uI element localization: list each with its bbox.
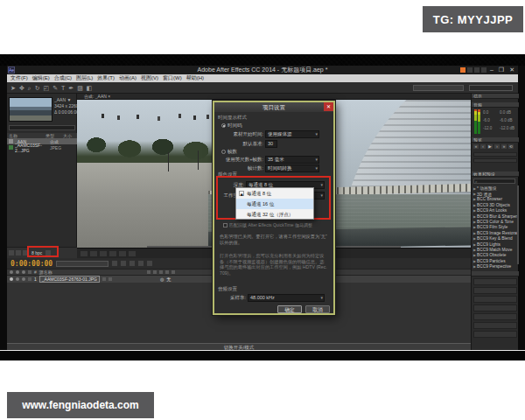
effects-scrollbar[interactable] xyxy=(517,186,519,264)
brush-tool-icon[interactable]: ▨ xyxy=(77,83,83,93)
timeline-search-input[interactable] xyxy=(56,261,108,267)
menu-effect[interactable]: 效果(T) xyxy=(97,74,115,82)
search-help-input[interactable] xyxy=(413,85,464,91)
default-base-field[interactable]: 30 xyxy=(265,140,277,148)
frames-radio[interactable] xyxy=(221,150,226,154)
pan-behind-tool-icon[interactable]: ✎ xyxy=(52,83,58,93)
timecode-radio-row[interactable]: 时间码 xyxy=(221,122,242,129)
control-row[interactable] xyxy=(473,304,517,312)
control-row[interactable] xyxy=(473,313,517,320)
control-row[interactable] xyxy=(473,287,517,294)
composition-mini-flowchart-icon[interactable] xyxy=(112,261,117,266)
motion-blur-icon[interactable] xyxy=(147,261,152,266)
next-frame-button[interactable]: › xyxy=(494,144,500,149)
column-source-name[interactable]: 源名称 xyxy=(39,270,144,275)
depth-option-16bpc[interactable]: 每通道 16 位 xyxy=(236,199,313,209)
effects-search-input[interactable]: ⌕ xyxy=(473,178,515,184)
legacy-gamma-row[interactable]: 匹配旧版 After Effects QuickTime 伽马调整 xyxy=(223,223,327,228)
sample-rate-dropdown[interactable]: 48.000 kHz▾ xyxy=(248,294,325,302)
project-search-input[interactable] xyxy=(9,125,75,130)
collapse-switch-icon[interactable] xyxy=(153,270,157,274)
layer-source-name[interactable]: _AAMC03SF-26763-01.JPG xyxy=(39,276,100,283)
footage-start-dropdown[interactable]: 使用媒体源▾ xyxy=(265,130,319,138)
layer-video-eye-icon[interactable] xyxy=(10,277,13,281)
lock-icon[interactable] xyxy=(28,270,32,274)
menu-file[interactable]: 文件(F) xyxy=(10,74,28,82)
hand-tool-icon[interactable]: ✥ xyxy=(19,83,24,93)
info-panel-header[interactable]: 信息 xyxy=(472,94,519,99)
effects-category[interactable]: ▶BCC9 Perspective xyxy=(472,263,517,269)
feet-frames-dropdown[interactable]: 35 毫米▾ xyxy=(265,156,319,164)
snapshot-icon[interactable] xyxy=(119,251,126,256)
menu-view[interactable]: 视图(V) xyxy=(141,74,158,82)
control-row[interactable] xyxy=(473,296,517,303)
menu-layer[interactable]: 图层(L) xyxy=(76,74,93,82)
audio-panel-header[interactable]: 音频 xyxy=(472,102,519,108)
maximize-button[interactable]: ❐ xyxy=(497,66,506,74)
effects-category[interactable]: ▶BCC9 Color & Tone xyxy=(472,219,517,224)
effects-category[interactable]: ▶BCC9 Blur & Sharpen xyxy=(472,214,517,219)
draft-3d-icon[interactable] xyxy=(121,261,126,266)
control-row[interactable] xyxy=(473,278,517,285)
frame-count-dropdown[interactable]: 时间码转换▾ xyxy=(265,164,319,172)
project-row-footage[interactable]: _AAMC03SF-2...JPG JPEG xyxy=(7,144,77,150)
column-layer-number[interactable]: # xyxy=(34,270,37,275)
interpret-footage-icon[interactable] xyxy=(9,250,14,256)
ok-button[interactable]: 确定 xyxy=(277,305,302,313)
last-frame-button[interactable]: » xyxy=(501,144,507,149)
effects-category[interactable]: ▶BCC9 Key & Blend xyxy=(472,236,517,242)
project-bit-depth-button[interactable]: 8 bpc xyxy=(30,249,44,256)
composition-tab[interactable]: 合成: _AAN × xyxy=(77,94,471,100)
layer-lock-icon[interactable] xyxy=(28,277,32,281)
pen-tool-icon[interactable]: ✒ xyxy=(68,83,74,93)
clone-stamp-tool-icon[interactable]: ◧ xyxy=(87,83,93,93)
timecode-radio[interactable] xyxy=(221,123,226,128)
cancel-button[interactable]: 取消 xyxy=(305,305,330,313)
depth-option-32bpc[interactable]: 每通道 32 位（浮点） xyxy=(236,209,313,220)
text-tool-icon[interactable]: T xyxy=(61,83,65,93)
titlebar-icon[interactable] xyxy=(481,67,486,73)
menu-animation[interactable]: 动画(A) xyxy=(119,74,136,82)
play-button[interactable]: ▶ xyxy=(487,144,493,149)
effects-category[interactable]: ▶BCC9 Image Restoration xyxy=(472,230,517,235)
menu-window[interactable]: 窗口(W) xyxy=(163,74,182,82)
camera-tool-icon[interactable]: ◰ xyxy=(44,83,50,93)
new-folder-icon[interactable] xyxy=(16,250,21,256)
layer-parent-dropdown[interactable]: 无 xyxy=(166,276,171,282)
layer-audio-icon[interactable] xyxy=(16,277,19,281)
toggle-switches-modes-bar[interactable]: 切换开关/模式 xyxy=(7,343,471,350)
grid-guides-icon[interactable] xyxy=(90,251,97,256)
frames-radio-row[interactable]: 帧数 xyxy=(221,149,237,155)
effects-category[interactable]: ▶BCC9 Match Move xyxy=(472,247,517,252)
quality-switch-icon[interactable] xyxy=(159,270,163,274)
bottom-right-panel-header[interactable] xyxy=(472,271,519,276)
cc-sync-icon[interactable] xyxy=(460,67,466,73)
titlebar-icon[interactable] xyxy=(467,67,472,73)
video-eye-icon[interactable] xyxy=(10,270,13,274)
previous-frame-button[interactable]: ‹ xyxy=(480,144,486,149)
audio-speaker-icon[interactable] xyxy=(16,270,19,274)
rotate-tool-icon[interactable]: ↻ xyxy=(35,83,40,93)
preview-option-row[interactable] xyxy=(473,152,517,157)
legacy-gamma-checkbox[interactable] xyxy=(223,223,228,228)
effects-switch-icon[interactable] xyxy=(165,270,169,274)
current-timecode[interactable]: 0:00:00:00 xyxy=(10,260,52,268)
control-row[interactable] xyxy=(473,322,517,329)
shy-switch-icon[interactable] xyxy=(147,270,150,274)
parent-pickwhip-icon[interactable]: ◎ xyxy=(160,276,164,282)
ram-preview-button[interactable]: ⟲ xyxy=(508,144,514,149)
minimize-button[interactable]: – xyxy=(488,66,495,74)
timecode-field[interactable] xyxy=(109,251,116,256)
workspace-dropdown[interactable] xyxy=(469,85,513,91)
channel-icon[interactable] xyxy=(129,251,136,256)
selection-tool-icon[interactable]: ➤ xyxy=(10,83,16,93)
first-frame-button[interactable]: « xyxy=(473,144,479,149)
control-row[interactable] xyxy=(473,331,517,338)
layer-solo-icon[interactable] xyxy=(22,277,25,281)
frame-blending-icon[interactable] xyxy=(138,261,144,266)
motion-blur-switch-icon[interactable] xyxy=(172,270,175,274)
menu-composition[interactable]: 合成(C) xyxy=(54,74,72,82)
layer-effects-switch[interactable] xyxy=(108,277,112,281)
titlebar-icon[interactable] xyxy=(474,67,480,73)
hide-shy-layers-icon[interactable] xyxy=(130,261,135,266)
